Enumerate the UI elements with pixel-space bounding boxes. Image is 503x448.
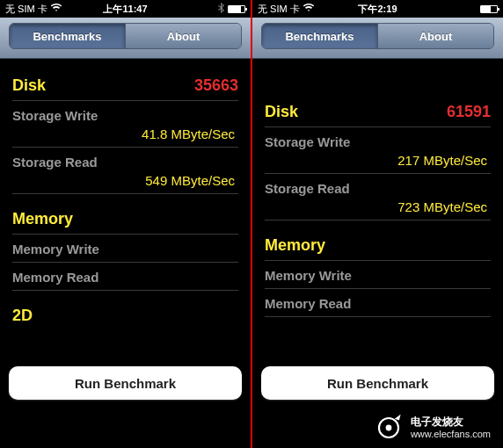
storage-read-row: Storage Read 723 MByte/Sec: [265, 174, 491, 220]
storage-read-label: Storage Read: [12, 155, 238, 170]
wifi-icon: [303, 4, 314, 14]
tab-benchmarks[interactable]: Benchmarks: [262, 24, 377, 48]
tab-bar: Benchmarks About: [0, 18, 251, 59]
storage-write-row: Storage Write 41.8 MByte/Sec: [12, 100, 238, 148]
storage-read-label: Storage Read: [265, 181, 491, 196]
memory-read-row: Memory Read: [12, 263, 238, 291]
battery-fill: [229, 6, 241, 12]
storage-write-value: 217 MByte/Sec: [265, 153, 491, 168]
tab-about[interactable]: About: [377, 24, 493, 48]
storage-write-label: Storage Write: [265, 134, 491, 149]
memory-write-row: Memory Write: [265, 260, 491, 289]
phone-right: 无 SIM 卡 下午2:19 Benchmarks About Disk 615…: [252, 0, 503, 448]
bluetooth-icon: [218, 3, 224, 15]
memory-read-label: Memory Read: [265, 296, 491, 311]
watermark-url: www.elecfans.com: [411, 428, 491, 440]
memory-read-row: Memory Read: [265, 289, 491, 317]
storage-read-value: 549 MByte/Sec: [12, 173, 238, 188]
battery-icon: [228, 5, 245, 13]
tab-bar: Benchmarks About: [252, 18, 503, 59]
disk-score: 61591: [447, 103, 491, 121]
disk-title: Disk: [265, 103, 298, 121]
results: Disk 61591 Storage Write 217 MByte/Sec S…: [252, 59, 503, 317]
wifi-icon: [51, 4, 62, 14]
run-benchmark-button[interactable]: Run Benchmark: [9, 366, 242, 400]
memory-write-row: Memory Write: [12, 234, 238, 263]
disk-title: Disk: [12, 76, 46, 95]
memory-write-label: Memory Write: [265, 268, 491, 283]
run-benchmark-button[interactable]: Run Benchmark: [261, 366, 494, 400]
status-bar: 无 SIM 卡 上午11:47: [0, 0, 251, 18]
results: Disk 35663 Storage Write 41.8 MByte/Sec …: [0, 59, 251, 325]
memory-title: Memory: [12, 210, 73, 228]
phone-left: 无 SIM 卡 上午11:47 Benchmarks About Disk: [0, 0, 251, 448]
carrier-label: 无 SIM 卡: [5, 3, 47, 16]
disk-score: 35663: [194, 76, 238, 95]
watermark: 电子发烧友 www.elecfans.com: [374, 413, 491, 443]
memory-title: Memory: [265, 236, 325, 255]
watermark-name: 电子发烧友: [411, 415, 491, 428]
tab-benchmarks[interactable]: Benchmarks: [10, 24, 125, 48]
clock: 上午11:47: [103, 3, 147, 16]
storage-write-value: 41.8 MByte/Sec: [12, 126, 238, 141]
carrier-label: 无 SIM 卡: [258, 3, 300, 16]
storage-write-row: Storage Write 217 MByte/Sec: [265, 126, 491, 174]
svg-point-1: [386, 425, 392, 431]
status-bar: 无 SIM 卡 下午2:19: [252, 0, 503, 18]
storage-write-label: Storage Write: [12, 108, 238, 123]
memory-read-label: Memory Read: [12, 270, 238, 285]
battery-icon: [480, 5, 498, 13]
memory-write-label: Memory Write: [12, 242, 238, 257]
storage-read-row: Storage Read 549 MByte/Sec: [12, 148, 238, 194]
tab-about[interactable]: About: [125, 24, 241, 48]
storage-read-value: 723 MByte/Sec: [265, 199, 491, 214]
clock: 下午2:19: [358, 3, 397, 16]
watermark-logo-icon: [374, 413, 404, 443]
gfx-2d-title: 2D: [12, 307, 33, 325]
battery-fill: [481, 6, 491, 12]
